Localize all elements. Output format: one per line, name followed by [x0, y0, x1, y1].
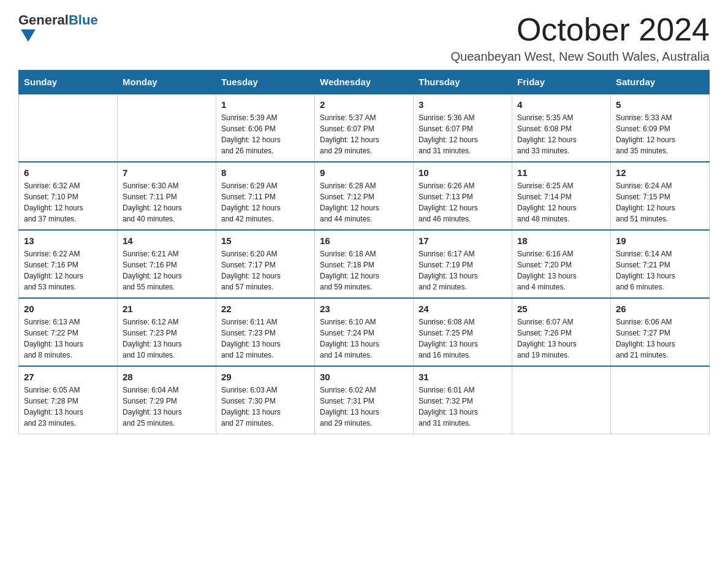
calendar-cell: 26Sunrise: 6:06 AM Sunset: 7:27 PM Dayli… [611, 298, 710, 366]
day-info: Sunrise: 6:22 AM Sunset: 7:16 PM Dayligh… [24, 248, 112, 293]
day-info: Sunrise: 6:07 AM Sunset: 7:26 PM Dayligh… [517, 316, 605, 361]
calendar-cell: 30Sunrise: 6:02 AM Sunset: 7:31 PM Dayli… [315, 366, 414, 434]
logo-icon [21, 29, 36, 42]
day-number: 27 [24, 372, 112, 382]
day-header-tuesday: Tuesday [216, 71, 315, 94]
day-info: Sunrise: 6:21 AM Sunset: 7:16 PM Dayligh… [123, 248, 211, 293]
calendar-cell [611, 366, 710, 434]
day-info: Sunrise: 6:28 AM Sunset: 7:12 PM Dayligh… [320, 180, 408, 224]
day-header-monday: Monday [118, 71, 216, 94]
day-number: 15 [221, 236, 309, 246]
calendar-cell: 4Sunrise: 5:35 AM Sunset: 6:08 PM Daylig… [512, 94, 611, 162]
day-number: 21 [123, 304, 211, 314]
calendar-cell: 6Sunrise: 6:32 AM Sunset: 7:10 PM Daylig… [19, 162, 118, 230]
month-year-title: October 2024 [451, 12, 710, 47]
logo-blue-text: Blue [69, 12, 98, 28]
calendar-week-1: 1Sunrise: 5:39 AM Sunset: 6:06 PM Daylig… [19, 94, 710, 162]
day-info: Sunrise: 6:12 AM Sunset: 7:23 PM Dayligh… [123, 316, 211, 361]
calendar-body: 1Sunrise: 5:39 AM Sunset: 6:06 PM Daylig… [19, 94, 710, 434]
location-subtitle: Queanbeyan West, New South Wales, Austra… [451, 50, 710, 64]
day-number: 1 [221, 99, 309, 110]
calendar-cell: 25Sunrise: 6:07 AM Sunset: 7:26 PM Dayli… [512, 298, 611, 366]
day-info: Sunrise: 6:11 AM Sunset: 7:23 PM Dayligh… [221, 316, 309, 361]
calendar-cell: 21Sunrise: 6:12 AM Sunset: 7:23 PM Dayli… [118, 298, 216, 366]
calendar-cell: 29Sunrise: 6:03 AM Sunset: 7:30 PM Dayli… [216, 366, 315, 434]
day-number: 10 [419, 167, 507, 178]
calendar-cell: 31Sunrise: 6:01 AM Sunset: 7:32 PM Dayli… [414, 366, 512, 434]
header-row: SundayMondayTuesdayWednesdayThursdayFrid… [19, 71, 710, 94]
day-number: 4 [517, 99, 605, 110]
day-number: 13 [24, 236, 112, 246]
day-info: Sunrise: 6:17 AM Sunset: 7:19 PM Dayligh… [419, 248, 507, 293]
day-info: Sunrise: 6:06 AM Sunset: 7:27 PM Dayligh… [616, 316, 704, 361]
calendar-cell: 2Sunrise: 5:37 AM Sunset: 6:07 PM Daylig… [315, 94, 414, 162]
day-info: Sunrise: 6:02 AM Sunset: 7:31 PM Dayligh… [320, 385, 408, 429]
day-info: Sunrise: 5:33 AM Sunset: 6:09 PM Dayligh… [616, 112, 704, 156]
day-number: 8 [221, 167, 309, 178]
calendar-header: SundayMondayTuesdayWednesdayThursdayFrid… [19, 71, 710, 94]
calendar-cell: 27Sunrise: 6:05 AM Sunset: 7:28 PM Dayli… [19, 366, 118, 434]
day-number: 30 [320, 372, 408, 382]
day-info: Sunrise: 6:30 AM Sunset: 7:11 PM Dayligh… [123, 180, 211, 224]
calendar-cell: 8Sunrise: 6:29 AM Sunset: 7:11 PM Daylig… [216, 162, 315, 230]
calendar-cell: 1Sunrise: 5:39 AM Sunset: 6:06 PM Daylig… [216, 94, 315, 162]
day-info: Sunrise: 6:24 AM Sunset: 7:15 PM Dayligh… [616, 180, 704, 224]
calendar-cell: 12Sunrise: 6:24 AM Sunset: 7:15 PM Dayli… [611, 162, 710, 230]
day-info: Sunrise: 6:18 AM Sunset: 7:18 PM Dayligh… [320, 248, 408, 293]
day-info: Sunrise: 6:08 AM Sunset: 7:25 PM Dayligh… [419, 316, 507, 361]
calendar-cell: 11Sunrise: 6:25 AM Sunset: 7:14 PM Dayli… [512, 162, 611, 230]
calendar-cell [512, 366, 611, 434]
day-number: 26 [616, 304, 704, 314]
calendar-cell: 24Sunrise: 6:08 AM Sunset: 7:25 PM Dayli… [414, 298, 512, 366]
day-number: 19 [616, 236, 704, 246]
day-info: Sunrise: 6:03 AM Sunset: 7:30 PM Dayligh… [221, 385, 309, 429]
day-info: Sunrise: 6:01 AM Sunset: 7:32 PM Dayligh… [419, 385, 507, 429]
day-number: 20 [24, 304, 112, 314]
calendar-cell: 28Sunrise: 6:04 AM Sunset: 7:29 PM Dayli… [118, 366, 216, 434]
calendar-cell: 20Sunrise: 6:13 AM Sunset: 7:22 PM Dayli… [19, 298, 118, 366]
day-number: 22 [221, 304, 309, 314]
calendar-cell: 10Sunrise: 6:26 AM Sunset: 7:13 PM Dayli… [414, 162, 512, 230]
calendar-cell: 15Sunrise: 6:20 AM Sunset: 7:17 PM Dayli… [216, 230, 315, 298]
day-info: Sunrise: 6:32 AM Sunset: 7:10 PM Dayligh… [24, 180, 112, 224]
day-number: 29 [221, 372, 309, 382]
calendar-cell: 14Sunrise: 6:21 AM Sunset: 7:16 PM Dayli… [118, 230, 216, 298]
day-info: Sunrise: 6:29 AM Sunset: 7:11 PM Dayligh… [221, 180, 309, 224]
page-wrapper: GeneralBlue October 2024 Queanbeyan West… [18, 12, 710, 434]
calendar-cell: 5Sunrise: 5:33 AM Sunset: 6:09 PM Daylig… [611, 94, 710, 162]
day-info: Sunrise: 5:37 AM Sunset: 6:07 PM Dayligh… [320, 112, 408, 156]
calendar-cell [19, 94, 118, 162]
day-header-thursday: Thursday [414, 71, 512, 94]
day-number: 11 [517, 167, 605, 178]
day-info: Sunrise: 6:26 AM Sunset: 7:13 PM Dayligh… [419, 180, 507, 224]
day-number: 14 [123, 236, 211, 246]
calendar-cell: 23Sunrise: 6:10 AM Sunset: 7:24 PM Dayli… [315, 298, 414, 366]
day-number: 9 [320, 167, 408, 178]
day-header-sunday: Sunday [19, 71, 118, 94]
logo-general-text: General [18, 12, 69, 28]
day-number: 25 [517, 304, 605, 314]
day-info: Sunrise: 5:35 AM Sunset: 6:08 PM Dayligh… [517, 112, 605, 156]
calendar-week-3: 13Sunrise: 6:22 AM Sunset: 7:16 PM Dayli… [19, 230, 710, 298]
calendar-cell: 3Sunrise: 5:36 AM Sunset: 6:07 PM Daylig… [414, 94, 512, 162]
day-info: Sunrise: 6:16 AM Sunset: 7:20 PM Dayligh… [517, 248, 605, 293]
calendar-cell [118, 94, 216, 162]
logo: GeneralBlue [18, 12, 98, 42]
calendar-cell: 17Sunrise: 6:17 AM Sunset: 7:19 PM Dayli… [414, 230, 512, 298]
calendar-cell: 18Sunrise: 6:16 AM Sunset: 7:20 PM Dayli… [512, 230, 611, 298]
calendar-cell: 22Sunrise: 6:11 AM Sunset: 7:23 PM Dayli… [216, 298, 315, 366]
day-number: 28 [123, 372, 211, 382]
day-info: Sunrise: 6:05 AM Sunset: 7:28 PM Dayligh… [24, 385, 112, 429]
calendar-cell: 13Sunrise: 6:22 AM Sunset: 7:16 PM Dayli… [19, 230, 118, 298]
day-number: 6 [24, 167, 112, 178]
day-header-saturday: Saturday [611, 71, 710, 94]
day-number: 24 [419, 304, 507, 314]
day-number: 2 [320, 99, 408, 110]
day-header-friday: Friday [512, 71, 611, 94]
calendar-cell: 9Sunrise: 6:28 AM Sunset: 7:12 PM Daylig… [315, 162, 414, 230]
day-info: Sunrise: 6:14 AM Sunset: 7:21 PM Dayligh… [616, 248, 704, 293]
day-number: 7 [123, 167, 211, 178]
day-number: 18 [517, 236, 605, 246]
day-info: Sunrise: 5:36 AM Sunset: 6:07 PM Dayligh… [419, 112, 507, 156]
day-info: Sunrise: 6:10 AM Sunset: 7:24 PM Dayligh… [320, 316, 408, 361]
